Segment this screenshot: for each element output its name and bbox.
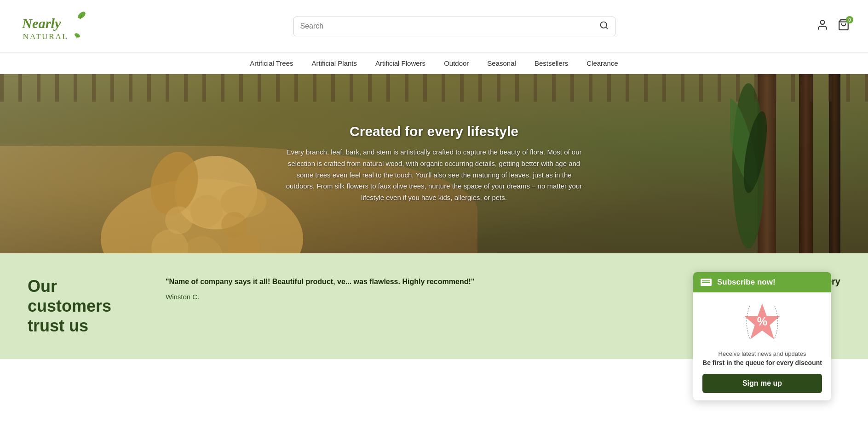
nav-item-clearance[interactable]: Clearance [586, 59, 618, 67]
search-bar[interactable] [293, 17, 615, 36]
hero-content: Created for every lifestyle Every branch… [273, 124, 595, 204]
nav-item-artificial-trees[interactable]: Artificial Trees [250, 59, 293, 67]
logo-image: Nearly NATURAL [18, 6, 92, 47]
svg-point-8 [821, 20, 825, 24]
account-icon[interactable] [816, 19, 828, 34]
svg-text:Nearly: Nearly [22, 16, 61, 31]
percent-badge: % [742, 302, 783, 343]
logo[interactable]: Nearly NATURAL [18, 6, 92, 47]
subscribe-header: Subscribe now! [693, 272, 831, 292]
customers-heading: Our customers trust us [28, 276, 129, 336]
subscribe-body: % Receive latest news and updates Be fir… [693, 292, 831, 359]
site-header: Nearly NATURAL [0, 0, 868, 53]
nav-item-bestsellers[interactable]: Bestsellers [535, 59, 568, 67]
svg-point-18 [190, 195, 223, 227]
svg-line-7 [605, 27, 607, 29]
nav-item-artificial-plants[interactable]: Artificial Plants [312, 59, 357, 67]
nav-item-seasonal[interactable]: Seasonal [487, 59, 516, 67]
cart-icon[interactable]: 0 [838, 19, 850, 34]
subscribe-header-label: Subscribe now! [717, 278, 776, 287]
svg-text:%: % [757, 315, 767, 328]
search-icon[interactable] [599, 21, 609, 32]
svg-point-16 [220, 186, 266, 218]
header-icons: 0 [816, 19, 850, 34]
envelope-icon [701, 279, 712, 286]
svg-text:NATURAL: NATURAL [23, 32, 69, 41]
search-input[interactable] [300, 22, 599, 30]
pergola-top [0, 74, 868, 102]
hero-description: Every branch, leaf, bark, and stem is ar… [282, 147, 586, 204]
hero-section: Created for every lifestyle Every branch… [0, 74, 868, 253]
cart-count-badge: 0 [846, 16, 853, 23]
nav-item-outdoor[interactable]: Outdoor [444, 59, 469, 67]
subscribe-popup: Subscribe now! % Receive latest news and… [693, 272, 831, 359]
subscribe-info-text: Receive latest news and updates [702, 350, 822, 357]
hero-title: Created for every lifestyle [282, 124, 586, 139]
nav-item-artificial-flowers[interactable]: Artificial Flowers [375, 59, 425, 67]
main-nav: Artificial Trees Artificial Plants Artif… [0, 53, 868, 74]
